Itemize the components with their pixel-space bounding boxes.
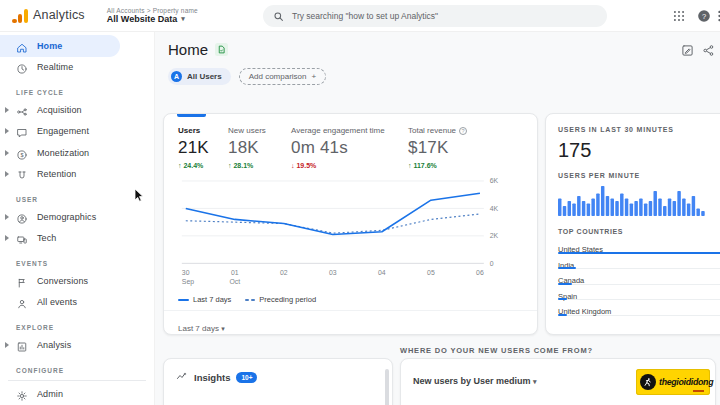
- country-row-india: India11: [558, 254, 720, 270]
- sidebar-item-demographics[interactable]: Demographics: [0, 206, 154, 228]
- period-selector[interactable]: Last 7 days ▾: [178, 324, 225, 333]
- add-comparison-label: Add comparison: [249, 72, 307, 81]
- sidebar-section-life-cycle: LIFE CYCLE: [0, 78, 154, 99]
- chevron-right-icon: [5, 235, 9, 241]
- sidebar-item-admin[interactable]: Admin: [0, 384, 154, 405]
- active-tab-indicator: [177, 114, 206, 117]
- sidebar-item-label: Demographics: [37, 212, 96, 222]
- new-users-section-title: WHERE DO YOUR NEW USERS COME FROM?: [400, 346, 593, 355]
- svg-text:02: 02: [280, 269, 288, 276]
- property-name: All Website Data: [107, 14, 177, 24]
- metric-delta: ↓ 19.5%: [291, 162, 408, 169]
- chevron-right-icon: [5, 107, 9, 113]
- analysis-icon: [16, 339, 28, 351]
- all-users-label: All Users: [187, 72, 222, 81]
- all-users-chip[interactable]: A All Users: [168, 68, 231, 85]
- metric-tab-new-users[interactable]: New users18K↑ 28.1%: [228, 126, 291, 169]
- sidebar-item-all-events[interactable]: All events: [0, 292, 154, 314]
- sidebar-item-label: Acquisition: [37, 105, 82, 115]
- metric-value: 18K: [228, 138, 291, 158]
- top-countries-label: TOP COUNTRIES: [558, 228, 623, 235]
- svg-text:Sep: Sep: [182, 278, 194, 286]
- new-users-card: New users by User medium ▾ thegioididong: [400, 358, 716, 405]
- metric-delta: ↑ 117.6%: [408, 162, 538, 169]
- sidebar-section-events: EVENTS: [0, 249, 154, 270]
- metric-delta: ↑ 24.4%: [178, 162, 228, 169]
- sidebar-item-tech[interactable]: Tech: [0, 228, 154, 250]
- country-bar: [558, 314, 567, 316]
- sidebar-item-home[interactable]: Home: [0, 35, 120, 57]
- realtime-card: USERS IN LAST 30 MINUTES 175 USERS PER M…: [545, 113, 720, 335]
- add-comparison-button[interactable]: Add comparison +: [239, 68, 326, 85]
- logo-text: Analytics: [33, 8, 85, 23]
- insights-card: Insights 10+: [163, 358, 393, 405]
- search-input[interactable]: Try searching "how to set up Analytics": [263, 5, 607, 27]
- card-footer: Last 7 days ▾: [164, 310, 537, 335]
- metric-label: Users: [178, 126, 228, 135]
- sidebar-item-engagement[interactable]: Engagement: [0, 121, 154, 143]
- sidebar-section-explore: EXPLORE: [0, 313, 154, 334]
- sidebar-item-acquisition[interactable]: Acquisition: [0, 99, 154, 121]
- svg-text:03: 03: [329, 269, 337, 276]
- customize-icon[interactable]: [681, 43, 694, 56]
- retention-icon: [16, 168, 28, 180]
- property-switcher[interactable]: All Accounts > Property name All Website…: [107, 7, 198, 24]
- home-icon: [16, 40, 28, 52]
- realtime-users-value: 175: [558, 139, 720, 162]
- country-row-canada: Canada9: [558, 269, 720, 285]
- sidebar-section-configure: CONFIGURE: [0, 356, 154, 377]
- sidebar-item-realtime[interactable]: Realtime: [0, 57, 154, 79]
- svg-text:$: $: [20, 152, 23, 158]
- report-doc-icon: [215, 43, 228, 56]
- apps-grid-icon[interactable]: [672, 9, 686, 23]
- dashed-line-swatch: [245, 299, 255, 301]
- country-row-spain: Spain5: [558, 285, 720, 301]
- watermark-text: thegioididong: [659, 377, 713, 387]
- insights-title: Insights: [194, 372, 230, 383]
- help-icon[interactable]: ?: [697, 9, 711, 23]
- svg-text:30: 30: [182, 269, 190, 276]
- overview-card: Users21K↑ 24.4%New users18K↑ 28.1%Averag…: [163, 113, 538, 335]
- monetization-icon: $: [16, 147, 28, 159]
- svg-text:04: 04: [378, 269, 386, 276]
- app-header: Analytics All Accounts > Property name A…: [0, 0, 720, 32]
- sidebar-item-analysis[interactable]: Analysis: [0, 334, 154, 356]
- sidebar-item-label: Admin: [37, 389, 63, 399]
- analytics-logo[interactable]: Analytics: [0, 8, 95, 23]
- svg-text:01: 01: [231, 269, 239, 276]
- kebab-menu-icon[interactable]: [716, 9, 720, 23]
- sidebar-item-conversions[interactable]: Conversions: [0, 270, 154, 292]
- sidebar-item-label: Engagement: [37, 126, 89, 136]
- metrics-row: Users21K↑ 24.4%New users18K↑ 28.1%Averag…: [178, 126, 538, 169]
- page-title: Home: [168, 41, 228, 58]
- sidebar-item-label: All events: [37, 297, 77, 307]
- sidebar-item-label: Analysis: [37, 340, 71, 350]
- insights-icon: [176, 371, 188, 383]
- metric-delta: ↑ 28.1%: [228, 162, 291, 169]
- search-icon: [273, 11, 284, 22]
- sidebar-item-monetization[interactable]: $Monetization: [0, 142, 154, 164]
- users-per-minute-chart: [558, 184, 720, 220]
- metric-label: Average engagement time: [291, 126, 408, 135]
- metric-tab-total-revenue[interactable]: Total revenue?$17K↑ 117.6%: [408, 126, 538, 169]
- sidebar-nav: HomeRealtimeLIFE CYCLEAcquisitionEngagem…: [0, 32, 155, 405]
- watermark-underline: [693, 390, 704, 392]
- chevron-right-icon: [5, 342, 9, 348]
- flag-icon: [16, 275, 28, 287]
- chevron-down-icon: ▾: [181, 15, 185, 23]
- metric-label: New users: [228, 126, 291, 135]
- svg-text:0: 0: [490, 260, 494, 267]
- sidebar-item-retention[interactable]: Retention: [0, 164, 154, 186]
- new-users-dimension-dropdown[interactable]: New users by User medium ▾: [413, 376, 537, 386]
- chevron-right-icon: [5, 150, 9, 156]
- insights-header[interactable]: Insights 10+: [164, 359, 392, 383]
- scrollbar[interactable]: [385, 369, 389, 405]
- chevron-right-icon: [5, 171, 9, 177]
- country-row-united-kingdom: United Kingdom4: [558, 300, 720, 316]
- metric-tab-users[interactable]: Users21K↑ 24.4%: [178, 126, 228, 169]
- metric-tab-average-engagement-time[interactable]: Average engagement time0m 41s↓ 19.5%: [291, 126, 408, 169]
- share-icon[interactable]: [702, 43, 715, 56]
- chevron-down-icon: ▾: [533, 378, 537, 385]
- legend-preceding-period: Preceding period: [245, 295, 316, 304]
- info-icon: ?: [459, 127, 467, 135]
